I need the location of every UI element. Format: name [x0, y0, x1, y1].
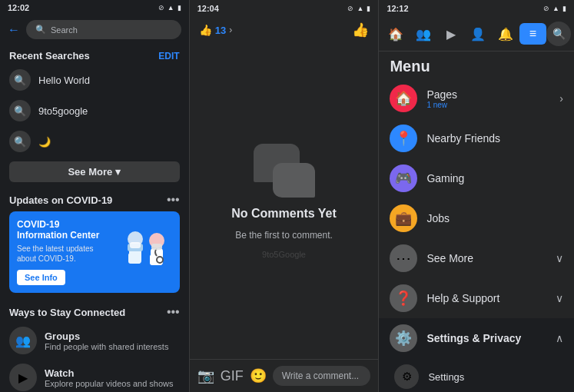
likes-icon: 👍: [199, 24, 212, 36]
covid-figure: [118, 225, 172, 279]
submenu-settings[interactable]: ⚙ Settings: [379, 358, 574, 392]
settings-privacy-arrow-icon: ∧: [556, 332, 563, 344]
ways-groups-item[interactable]: 👥 Groups Find people with shared interes…: [9, 322, 180, 359]
tab-friends[interactable]: 👥: [410, 22, 437, 45]
search-item-icon-2: 🔍: [9, 100, 31, 121]
tab-menu[interactable]: ≡: [519, 23, 547, 45]
nearby-friends-label: Nearby Friends: [426, 132, 563, 145]
tab-home[interactable]: 🏠: [382, 22, 410, 45]
mid-signal-icon: ⊘: [347, 5, 353, 12]
watermark-text: 9to5Google: [262, 250, 306, 259]
jobs-label: Jobs: [426, 212, 563, 224]
help-label: Help & Support: [426, 292, 546, 304]
watch-icon: ▶: [9, 364, 37, 391]
back-button[interactable]: ←: [8, 23, 20, 37]
tab-notifications[interactable]: 🔔: [492, 22, 519, 45]
ways-more-icon[interactable]: •••: [167, 305, 180, 319]
help-content: Help & Support: [426, 292, 546, 304]
settings-privacy-section: ⚙️ Settings & Privacy ∧ ⚙ Settings 🔒 Pri…: [379, 318, 574, 392]
svg-rect-11: [151, 244, 162, 250]
menu-scroll: 🏠 Pages 1 new › 📍 Nearby Friends 🎮 Gamin…: [379, 78, 574, 392]
search-item-text-1: Hello World: [38, 75, 90, 86]
right-signal-icon: ⊘: [543, 5, 549, 12]
settings-privacy-header[interactable]: ⚙️ Settings & Privacy ∧: [379, 318, 574, 358]
pages-label: Pages: [426, 88, 550, 101]
likes-count: 13: [215, 25, 226, 36]
menu-item-pages[interactable]: 🏠 Pages 1 new ›: [379, 78, 574, 118]
menu-item-help[interactable]: ❓ Help & Support ∨: [379, 278, 574, 318]
settings-privacy-label: Settings & Privacy: [426, 332, 546, 344]
svg-rect-2: [128, 253, 133, 264]
ways-title: Ways to Stay Connected: [9, 307, 125, 318]
see-more-icon: ⋯: [390, 244, 417, 272]
camera-icon[interactable]: 📷: [197, 367, 214, 384]
menu-item-nearby-friends[interactable]: 📍 Nearby Friends: [379, 118, 574, 158]
mid-wifi-icon: ▲: [357, 5, 363, 12]
watch-content: Watch Explore popular videos and shows: [45, 367, 174, 388]
mid-status-icons: ⊘ ▲ ▮: [347, 5, 370, 12]
gaming-content: Gaming: [426, 172, 563, 184]
see-more-button[interactable]: See More ▾: [9, 161, 180, 182]
menu-item-see-more[interactable]: ⋯ See More ∨: [379, 238, 574, 278]
search-input-wrap[interactable]: 🔍 Search: [26, 20, 181, 39]
mid-bottom-bar: 📷 GIF 🙂 Write a comment...: [190, 359, 379, 392]
search-item-1[interactable]: 🔍 Hello World: [0, 65, 189, 95]
edit-button[interactable]: EDIT: [158, 51, 179, 61]
comment-input[interactable]: Write a comment...: [273, 366, 371, 386]
jobs-icon: 💼: [390, 204, 417, 232]
search-item-icon-1: 🔍: [9, 69, 31, 91]
left-status-time: 12:02: [8, 3, 29, 12]
mid-status-time: 12:04: [197, 4, 219, 13]
search-placeholder: Search: [51, 25, 78, 35]
right-status-time: 12:12: [387, 4, 408, 13]
wifi-icon: ▲: [168, 4, 174, 12]
search-item-icon-3: 🔍: [9, 131, 31, 152]
menu-item-jobs[interactable]: 💼 Jobs: [379, 198, 574, 238]
right-wifi-icon: ▲: [552, 5, 559, 12]
nearby-friends-content: Nearby Friends: [426, 132, 563, 145]
signal-icon: ⊘: [158, 4, 164, 12]
bubble2: [273, 163, 315, 198]
right-panel: 12:12 ⊘ ▲ ▮ 🏠 👥 ▶ 👤 🔔 ≡ 🔍 Menu 🏠 Pages 1…: [379, 0, 574, 392]
covid-illustration: [118, 225, 172, 279]
no-comments-title: No Comments Yet: [231, 207, 337, 221]
pages-badge: 1 new: [426, 101, 550, 109]
right-status-bar: 12:12 ⊘ ▲ ▮: [379, 0, 574, 17]
svg-rect-8: [150, 254, 154, 265]
search-item-text-3: 🌙: [38, 136, 51, 148]
help-icon: ❓: [390, 284, 417, 312]
nav-tabs: 🏠 👥 ▶ 👤 🔔 ≡ 🔍: [379, 17, 574, 51]
nav-search-button[interactable]: 🔍: [546, 22, 571, 46]
recent-searches-header: Recent Searches EDIT: [0, 44, 189, 65]
menu-item-gaming[interactable]: 🎮 Gaming: [379, 158, 574, 198]
see-more-label: See More: [426, 252, 546, 264]
tab-watch[interactable]: ▶: [437, 22, 465, 45]
search-item-2[interactable]: 🔍 9to5google: [0, 95, 189, 126]
search-item-text-2: 9to5google: [38, 105, 88, 117]
no-comments-subtitle: Be the first to comment.: [235, 230, 333, 241]
mid-top-bar: 👍 13 › 👍: [190, 17, 379, 43]
no-comments-icon: [254, 144, 315, 198]
groups-title: Groups: [45, 331, 168, 342]
likes-section[interactable]: 👍 13 ›: [199, 24, 232, 36]
pages-arrow-icon: ›: [559, 92, 563, 105]
covid-card-title: COVID-19 Information Center: [17, 219, 112, 241]
gif-icon[interactable]: GIF: [221, 368, 244, 384]
search-item-3[interactable]: 🔍 🌙: [0, 126, 189, 157]
covid-see-info-button[interactable]: See Info: [17, 270, 65, 285]
thumbs-up-icon[interactable]: 👍: [352, 22, 369, 38]
battery-icon: ▮: [178, 4, 181, 12]
covid-more-icon[interactable]: •••: [167, 193, 180, 207]
recent-searches-title: Recent Searches: [9, 50, 90, 61]
watch-title: Watch: [45, 367, 174, 379]
emoji-icon[interactable]: 🙂: [250, 367, 267, 384]
chevron-down-icon: ▾: [115, 166, 121, 178]
watch-desc: Explore popular videos and shows: [45, 379, 174, 388]
tab-profile[interactable]: 👤: [464, 22, 492, 45]
see-more-content: See More: [426, 252, 546, 264]
ways-watch-item[interactable]: ▶ Watch Explore popular videos and shows: [9, 359, 180, 392]
svg-rect-5: [130, 242, 141, 248]
groups-content: Groups Find people with shared interests: [45, 331, 168, 351]
comment-placeholder: Write a comment...: [282, 370, 359, 381]
covid-section: Updates on COVID-19 ••• COVID-19 Informa…: [0, 187, 189, 299]
